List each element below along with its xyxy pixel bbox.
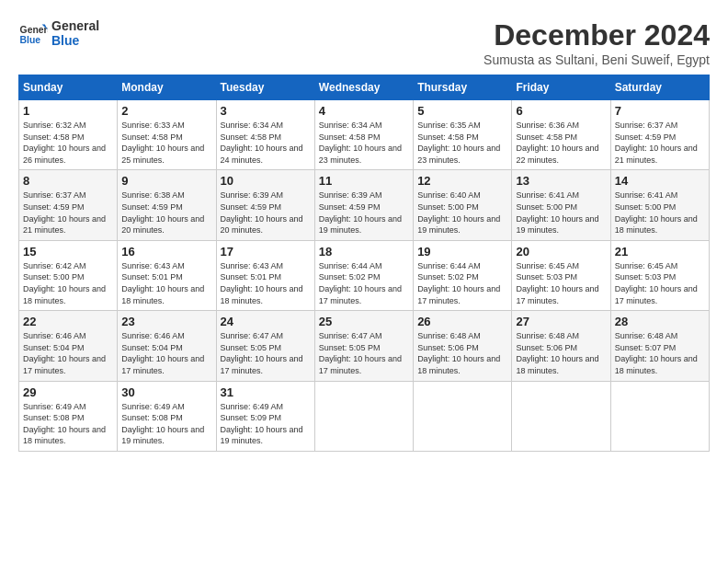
day-number: 30 [121, 385, 211, 399]
table-row: 4Sunrise: 6:34 AM Sunset: 4:58 PM Daylig… [314, 100, 413, 170]
table-row: 2Sunrise: 6:33 AM Sunset: 4:58 PM Daylig… [118, 100, 216, 170]
day-info: Sunrise: 6:37 AM Sunset: 4:59 PM Dayligh… [23, 190, 113, 236]
day-info: Sunrise: 6:38 AM Sunset: 4:59 PM Dayligh… [121, 190, 211, 236]
table-row: 13Sunrise: 6:41 AM Sunset: 5:00 PM Dayli… [512, 170, 610, 240]
day-info: Sunrise: 6:49 AM Sunset: 5:08 PM Dayligh… [23, 401, 113, 447]
day-number: 2 [121, 104, 211, 118]
day-number: 12 [417, 174, 507, 188]
day-number: 10 [221, 174, 311, 188]
day-number: 23 [121, 315, 211, 328]
table-row: 30Sunrise: 6:49 AM Sunset: 5:08 PM Dayli… [118, 381, 216, 451]
day-info: Sunrise: 6:43 AM Sunset: 5:01 PM Dayligh… [221, 260, 311, 306]
day-info: Sunrise: 6:34 AM Sunset: 4:58 PM Dayligh… [221, 120, 311, 166]
col-wednesday: Wednesday [314, 75, 413, 100]
day-info: Sunrise: 6:46 AM Sunset: 5:04 PM Dayligh… [121, 330, 211, 376]
calendar-header-row: Sunday Monday Tuesday Wednesday Thursday… [19, 75, 710, 100]
day-info: Sunrise: 6:41 AM Sunset: 5:00 PM Dayligh… [615, 190, 705, 236]
day-number: 16 [121, 245, 211, 259]
day-info: Sunrise: 6:41 AM Sunset: 5:00 PM Dayligh… [516, 190, 606, 236]
table-row: 3Sunrise: 6:34 AM Sunset: 4:58 PM Daylig… [216, 100, 314, 170]
title-area: December 2024 Sumusta as Sultani, Beni S… [483, 18, 710, 67]
day-info: Sunrise: 6:36 AM Sunset: 4:58 PM Dayligh… [516, 120, 606, 166]
svg-text:General: General [20, 25, 48, 35]
calendar-week-row: 29Sunrise: 6:49 AM Sunset: 5:08 PM Dayli… [19, 381, 710, 451]
day-info: Sunrise: 6:37 AM Sunset: 4:59 PM Dayligh… [615, 120, 705, 166]
calendar-week-row: 1Sunrise: 6:32 AM Sunset: 4:58 PM Daylig… [19, 100, 710, 170]
day-info: Sunrise: 6:32 AM Sunset: 4:58 PM Dayligh… [23, 120, 113, 166]
day-info: Sunrise: 6:48 AM Sunset: 5:06 PM Dayligh… [516, 330, 606, 376]
day-number: 28 [615, 315, 705, 328]
day-info: Sunrise: 6:47 AM Sunset: 5:05 PM Dayligh… [319, 330, 409, 376]
col-monday: Monday [118, 75, 216, 100]
day-info: Sunrise: 6:33 AM Sunset: 4:58 PM Dayligh… [121, 120, 211, 166]
table-row: 21Sunrise: 6:45 AM Sunset: 5:03 PM Dayli… [610, 240, 709, 310]
table-row: 18Sunrise: 6:44 AM Sunset: 5:02 PM Dayli… [314, 240, 413, 310]
day-number: 22 [23, 315, 113, 328]
table-row: 10Sunrise: 6:39 AM Sunset: 4:59 PM Dayli… [216, 170, 314, 240]
calendar-table: Sunday Monday Tuesday Wednesday Thursday… [18, 75, 710, 452]
col-saturday: Saturday [610, 75, 709, 100]
calendar-week-row: 15Sunrise: 6:42 AM Sunset: 5:00 PM Dayli… [19, 240, 710, 310]
table-row: 11Sunrise: 6:39 AM Sunset: 4:59 PM Dayli… [314, 170, 413, 240]
day-number: 3 [221, 104, 311, 118]
day-number: 7 [615, 104, 705, 118]
table-row: 1Sunrise: 6:32 AM Sunset: 4:58 PM Daylig… [19, 100, 118, 170]
day-info: Sunrise: 6:39 AM Sunset: 4:59 PM Dayligh… [221, 190, 311, 236]
table-row: 20Sunrise: 6:45 AM Sunset: 5:03 PM Dayli… [512, 240, 610, 310]
table-row: 6Sunrise: 6:36 AM Sunset: 4:58 PM Daylig… [512, 100, 610, 170]
location-title: Sumusta as Sultani, Beni Suweif, Egypt [483, 52, 710, 67]
day-number: 6 [516, 104, 606, 118]
day-number: 1 [23, 104, 113, 118]
day-info: Sunrise: 6:46 AM Sunset: 5:04 PM Dayligh… [23, 330, 113, 376]
table-row: 27Sunrise: 6:48 AM Sunset: 5:06 PM Dayli… [512, 311, 610, 381]
day-info: Sunrise: 6:35 AM Sunset: 4:58 PM Dayligh… [417, 120, 507, 166]
table-row: 25Sunrise: 6:47 AM Sunset: 5:05 PM Dayli… [314, 311, 413, 381]
col-thursday: Thursday [414, 75, 512, 100]
day-number: 26 [417, 315, 507, 328]
table-row [314, 381, 413, 451]
table-row: 14Sunrise: 6:41 AM Sunset: 5:00 PM Dayli… [610, 170, 709, 240]
day-number: 21 [615, 245, 705, 259]
table-row: 24Sunrise: 6:47 AM Sunset: 5:05 PM Dayli… [216, 311, 314, 381]
day-info: Sunrise: 6:49 AM Sunset: 5:09 PM Dayligh… [221, 401, 311, 447]
table-row [610, 381, 709, 451]
day-number: 13 [516, 174, 606, 188]
day-number: 15 [23, 245, 113, 259]
table-row: 15Sunrise: 6:42 AM Sunset: 5:00 PM Dayli… [19, 240, 118, 310]
table-row: 29Sunrise: 6:49 AM Sunset: 5:08 PM Dayli… [19, 381, 118, 451]
day-info: Sunrise: 6:42 AM Sunset: 5:00 PM Dayligh… [23, 260, 113, 306]
day-number: 11 [319, 174, 409, 188]
table-row: 23Sunrise: 6:46 AM Sunset: 5:04 PM Dayli… [118, 311, 216, 381]
day-info: Sunrise: 6:49 AM Sunset: 5:08 PM Dayligh… [121, 401, 211, 447]
col-sunday: Sunday [19, 75, 118, 100]
day-number: 29 [23, 385, 113, 399]
day-number: 9 [121, 174, 211, 188]
day-info: Sunrise: 6:39 AM Sunset: 4:59 PM Dayligh… [319, 190, 409, 236]
day-number: 31 [221, 385, 311, 399]
table-row: 26Sunrise: 6:48 AM Sunset: 5:06 PM Dayli… [414, 311, 512, 381]
day-info: Sunrise: 6:44 AM Sunset: 5:02 PM Dayligh… [319, 260, 409, 306]
table-row: 16Sunrise: 6:43 AM Sunset: 5:01 PM Dayli… [118, 240, 216, 310]
day-info: Sunrise: 6:48 AM Sunset: 5:06 PM Dayligh… [417, 330, 507, 376]
calendar-week-row: 22Sunrise: 6:46 AM Sunset: 5:04 PM Dayli… [19, 311, 710, 381]
day-info: Sunrise: 6:47 AM Sunset: 5:05 PM Dayligh… [221, 330, 311, 376]
day-info: Sunrise: 6:44 AM Sunset: 5:02 PM Dayligh… [417, 260, 507, 306]
table-row: 22Sunrise: 6:46 AM Sunset: 5:04 PM Dayli… [19, 311, 118, 381]
col-friday: Friday [512, 75, 610, 100]
day-info: Sunrise: 6:45 AM Sunset: 5:03 PM Dayligh… [516, 260, 606, 306]
table-row: 31Sunrise: 6:49 AM Sunset: 5:09 PM Dayli… [216, 381, 314, 451]
table-row: 17Sunrise: 6:43 AM Sunset: 5:01 PM Dayli… [216, 240, 314, 310]
table-row: 19Sunrise: 6:44 AM Sunset: 5:02 PM Dayli… [414, 240, 512, 310]
day-number: 5 [417, 104, 507, 118]
table-row: 5Sunrise: 6:35 AM Sunset: 4:58 PM Daylig… [414, 100, 512, 170]
table-row: 7Sunrise: 6:37 AM Sunset: 4:59 PM Daylig… [610, 100, 709, 170]
day-number: 19 [417, 245, 507, 259]
month-title: December 2024 [483, 18, 710, 52]
day-info: Sunrise: 6:43 AM Sunset: 5:01 PM Dayligh… [121, 260, 211, 306]
day-number: 25 [319, 315, 409, 328]
day-info: Sunrise: 6:34 AM Sunset: 4:58 PM Dayligh… [319, 120, 409, 166]
col-tuesday: Tuesday [216, 75, 314, 100]
day-number: 18 [319, 245, 409, 259]
day-number: 14 [615, 174, 705, 188]
svg-text:Blue: Blue [20, 35, 41, 45]
